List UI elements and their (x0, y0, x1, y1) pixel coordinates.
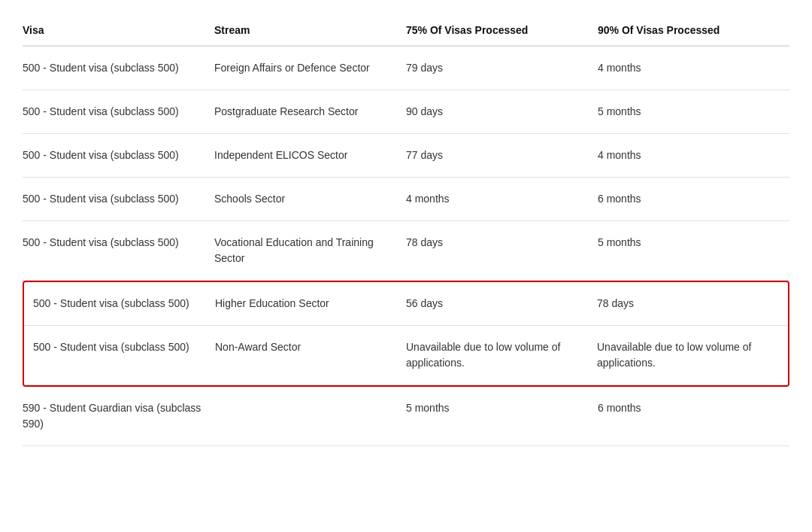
cell-pct90: 4 months (598, 134, 789, 178)
cell-stream: Schools Sector (214, 178, 406, 221)
highlighted-cell-stream: Higher Education Sector (215, 282, 406, 326)
cell-pct90: 4 months (598, 46, 789, 90)
cell-visa: 500 - Student visa (subclass 500) (23, 90, 214, 134)
highlighted-table-row: 500 - Student visa (subclass 500)Non-Awa… (24, 326, 788, 385)
table-header-row: Visa Stream 75% Of Visas Processed 90% O… (23, 15, 789, 46)
table-row: 500 - Student visa (subclass 500)Schools… (23, 178, 789, 221)
highlighted-cell-pct75: Unavailable due to low volume of applica… (406, 326, 597, 385)
cell-pct90: 5 months (598, 90, 789, 134)
cell-stream: Foreign Affairs or Defence Sector (214, 46, 406, 90)
table-row: 500 - Student visa (subclass 500)Postgra… (23, 90, 789, 134)
highlighted-cell-visa: 500 - Student visa (subclass 500) (24, 326, 215, 385)
cell-stream: Vocational Education and Training Sector (214, 221, 406, 281)
last-cell-pct90: 6 months (598, 387, 789, 446)
cell-visa: 500 - Student visa (subclass 500) (23, 221, 214, 281)
header-visa: Visa (23, 15, 214, 46)
highlighted-cell-pct90: Unavailable due to low volume of applica… (597, 326, 788, 385)
highlighted-cell-wrapper: 500 - Student visa (subclass 500)Higher … (23, 281, 789, 388)
table-row-last: 590 - Student Guardian visa (subclass 59… (23, 387, 789, 446)
cell-pct75: 79 days (406, 46, 598, 90)
cell-visa: 500 - Student visa (subclass 500) (23, 178, 214, 221)
cell-pct90: 5 months (598, 221, 789, 281)
cell-pct75: 90 days (406, 90, 598, 134)
table-row: 500 - Student visa (subclass 500)Vocatio… (23, 221, 789, 281)
last-cell-pct75: 5 months (406, 387, 598, 446)
table-row: 500 - Student visa (subclass 500)Indepen… (23, 134, 789, 178)
highlighted-cell-stream: Non-Award Sector (215, 326, 406, 385)
visa-processing-table: Visa Stream 75% Of Visas Processed 90% O… (23, 15, 789, 446)
highlighted-cell-visa: 500 - Student visa (subclass 500) (24, 282, 215, 326)
header-75pct: 75% Of Visas Processed (406, 15, 598, 46)
cell-pct75: 77 days (406, 134, 598, 178)
highlighted-cell-pct90: 78 days (597, 282, 788, 326)
highlighted-cell-pct75: 56 days (406, 282, 597, 326)
last-cell-stream (214, 387, 406, 446)
highlighted-table-row: 500 - Student visa (subclass 500)Higher … (24, 282, 788, 326)
cell-pct90: 6 months (598, 178, 789, 221)
cell-visa: 500 - Student visa (subclass 500) (23, 134, 214, 178)
cell-stream: Postgraduate Research Sector (214, 90, 406, 134)
highlighted-rows-container: 500 - Student visa (subclass 500)Higher … (23, 281, 789, 388)
highlight-box: 500 - Student visa (subclass 500)Higher … (23, 281, 789, 387)
table-row: 500 - Student visa (subclass 500)Foreign… (23, 46, 789, 90)
cell-pct75: 4 months (406, 178, 598, 221)
cell-pct75: 78 days (406, 221, 598, 281)
last-cell-visa: 590 - Student Guardian visa (subclass 59… (23, 387, 214, 446)
header-90pct: 90% Of Visas Processed (598, 15, 789, 46)
cell-stream: Independent ELICOS Sector (214, 134, 406, 178)
header-stream: Stream (214, 15, 406, 46)
cell-visa: 500 - Student visa (subclass 500) (23, 46, 214, 90)
